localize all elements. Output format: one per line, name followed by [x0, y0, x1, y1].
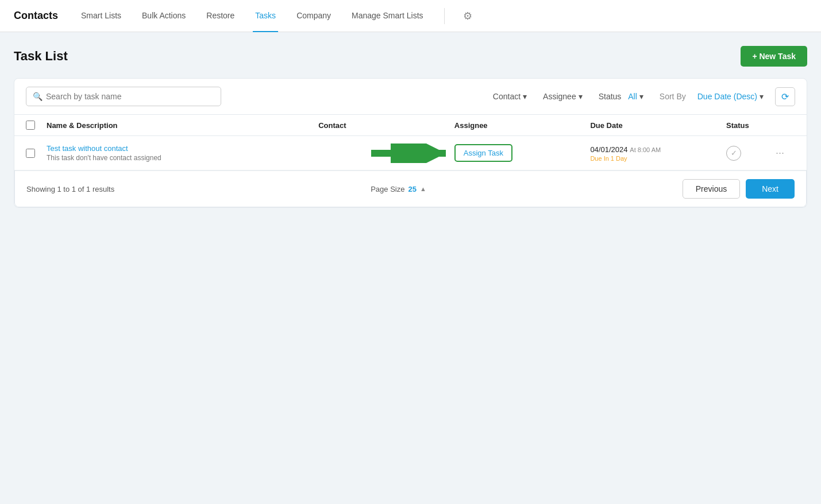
task-status-cell: ✓ — [726, 146, 772, 161]
search-wrapper: 🔍 — [26, 87, 221, 106]
select-all-checkbox[interactable] — [26, 121, 35, 130]
nav-item-manage-smart-lists[interactable]: Manage Smart Lists — [349, 0, 426, 32]
select-all-cell — [26, 121, 47, 130]
pagination-buttons: Previous Next — [683, 179, 795, 199]
nav-divider — [444, 8, 445, 24]
sort-by-chevron-icon: ▾ — [760, 92, 764, 101]
table-header: Name & Description Contact Assignee Due … — [14, 115, 807, 136]
previous-button[interactable]: Previous — [683, 179, 740, 199]
contact-filter-label: Contact — [493, 92, 521, 101]
col-header-status: Status — [726, 121, 772, 130]
refresh-icon: ⟳ — [781, 92, 789, 102]
sort-by-label: Sort By — [660, 92, 686, 101]
due-date-time: At 8:00 AM — [630, 146, 661, 153]
filter-bar: 🔍 Contact ▾ Assignee ▾ Status All ▾ Sort… — [14, 78, 807, 115]
due-date-value: 04/01/2024 — [590, 145, 627, 154]
task-name-link[interactable]: Test task without contact — [47, 144, 318, 153]
nav-item-smart-lists[interactable]: Smart Lists — [79, 0, 124, 32]
assignee-filter-button[interactable]: Assignee ▾ — [538, 88, 587, 104]
col-header-due-date: Due Date — [590, 121, 726, 130]
top-navigation: Contacts Smart Lists Bulk Actions Restor… — [0, 0, 821, 32]
page-size-chevron-icon[interactable]: ▲ — [420, 185, 426, 192]
row-checkbox-cell — [26, 149, 47, 158]
task-more-button[interactable]: ··· — [772, 146, 788, 160]
nav-item-restore[interactable]: Restore — [204, 0, 237, 32]
nav-item-company[interactable]: Company — [294, 0, 333, 32]
showing-results-text: Showing 1 to 1 of 1 results — [26, 185, 114, 193]
sort-by-button[interactable]: Due Date (Desc) ▾ — [693, 88, 768, 104]
page-size-value: 25 — [408, 185, 416, 193]
status-filter-button[interactable]: Status All ▾ — [594, 88, 648, 104]
task-name-cell: Test task without contact This task don'… — [47, 144, 318, 162]
page-header: Task List + New Task — [14, 46, 807, 67]
settings-icon[interactable]: ⚙ — [463, 10, 472, 22]
col-header-assignee: Assignee — [454, 121, 591, 130]
due-in-label: Due In 1 Day — [590, 155, 726, 162]
row-checkbox[interactable] — [26, 149, 35, 158]
new-task-button[interactable]: + New Task — [741, 46, 807, 67]
sort-by-value: Due Date (Desc) — [697, 92, 757, 101]
status-filter-value: All — [628, 92, 637, 101]
task-due-date-cell: 04/01/2024 At 8:00 AM Due In 1 Day — [590, 145, 726, 162]
task-description: This task don't have contact assigned — [47, 154, 318, 162]
refresh-button[interactable]: ⟳ — [775, 87, 795, 106]
check-icon: ✓ — [731, 149, 737, 157]
pagination-bar: Showing 1 to 1 of 1 results Page Size 25… — [14, 170, 807, 207]
nav-item-bulk-actions[interactable]: Bulk Actions — [140, 0, 188, 32]
filter-group: Contact ▾ Assignee ▾ Status All ▾ Sort B… — [488, 87, 795, 106]
more-icon: ··· — [776, 147, 784, 158]
search-input[interactable] — [26, 87, 221, 106]
assign-task-button[interactable]: Assign Task — [454, 144, 512, 162]
nav-item-tasks[interactable]: Tasks — [253, 0, 278, 32]
task-complete-button[interactable]: ✓ — [726, 146, 741, 161]
task-more-cell: ··· — [772, 146, 795, 160]
page-title: Task List — [14, 49, 68, 64]
task-table: Name & Description Contact Assignee Due … — [14, 115, 807, 208]
page-size-wrap: Page Size 25 ▲ — [371, 185, 426, 193]
contact-chevron-icon: ▾ — [523, 92, 527, 101]
task-assignee-cell: Assign Task — [454, 144, 591, 162]
col-header-contact: Contact — [318, 121, 454, 130]
col-header-name: Name & Description — [47, 121, 318, 130]
next-button[interactable]: Next — [746, 179, 795, 199]
assignee-chevron-icon: ▾ — [579, 92, 583, 101]
annotation-arrow-svg — [371, 144, 452, 163]
brand-logo: Contacts — [14, 10, 58, 22]
page-size-label: Page Size — [371, 185, 404, 193]
contact-filter-button[interactable]: Contact ▾ — [488, 88, 531, 104]
status-chevron-icon: ▾ — [639, 92, 643, 101]
assignee-filter-label: Assignee — [543, 92, 576, 101]
table-row: Test task without contact This task don'… — [14, 136, 807, 170]
search-icon: 🔍 — [33, 92, 43, 101]
status-filter-label: Status — [599, 92, 622, 101]
main-content: Task List + New Task 🔍 Contact ▾ Assigne… — [0, 32, 821, 222]
